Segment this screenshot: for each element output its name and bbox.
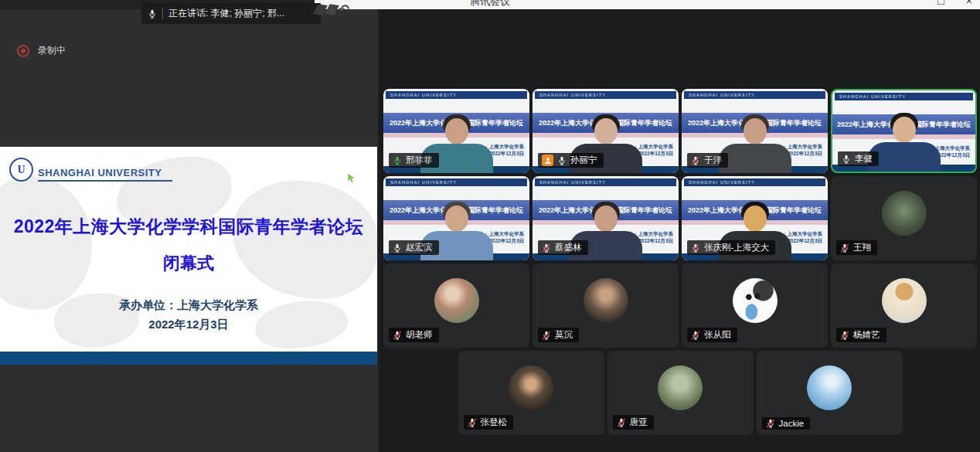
participant-name-label: 莫沉 xyxy=(538,328,579,342)
vb-header-bar: SHANGHAI UNIVERSITY xyxy=(386,178,527,186)
vb-header-bar: SHANGHAI UNIVERSITY xyxy=(835,93,973,100)
participant-name: 张庆刚-上海交大 xyxy=(704,242,769,253)
slide-subtitle: 闭幕式 xyxy=(0,252,377,275)
participant-name-label: 胡老师 xyxy=(389,328,439,342)
participant-tile[interactable]: 张从阳 xyxy=(682,263,828,348)
participant-name-label: 唐亚 xyxy=(613,415,654,430)
mic-icon xyxy=(691,156,700,165)
participant-name: 李健 xyxy=(855,153,873,165)
silhouette-head xyxy=(445,118,468,144)
participant-name-label: 孙丽宁 xyxy=(538,153,604,168)
undo-arrow-icon: ↶ xyxy=(339,5,349,15)
participant-name: 邢菲菲 xyxy=(406,155,433,166)
video-grid-pane: SHANGHAI UNIVERSITY 2022年上海大学化学学科国际青年学者论… xyxy=(378,9,980,452)
participant-tile[interactable]: 莫沉 xyxy=(533,263,679,348)
vb-header-bar: SHANGHAI UNIVERSITY xyxy=(684,91,825,99)
mic-icon xyxy=(393,243,402,253)
participant-name-label: 张登松 xyxy=(464,415,514,430)
speaking-label: 正在讲话: 李健; 孙丽宁; 邢... xyxy=(168,7,284,20)
participant-avatar xyxy=(807,365,852,410)
close-icon[interactable]: × xyxy=(966,0,972,7)
participant-tile[interactable]: SHANGHAI UNIVERSITY 2022年上海大学化学学科国际青年学者论… xyxy=(383,176,529,260)
mic-icon xyxy=(842,155,851,164)
tencent-meeting-window: 腾讯会议 □ × 正在讲话: 李健; 孙丽宁; 邢... ↶ 录制中 xyxy=(0,0,980,452)
participant-tile[interactable]: 杨婧艺 xyxy=(831,263,977,348)
mic-icon xyxy=(617,418,626,427)
silhouette-head xyxy=(594,118,618,144)
silhouette-head xyxy=(594,206,618,232)
mic-icon xyxy=(468,418,477,427)
grid-row: 胡老师 莫沉 张从阳 xyxy=(383,263,977,348)
participant-tile[interactable]: SHANGHAI UNIVERSITY 2022年上海大学化学学科国际青年学者论… xyxy=(533,89,679,173)
participant-name-label: 蔡盛林 xyxy=(538,240,588,255)
participant-name-label: 张从阳 xyxy=(687,328,737,342)
participant-name: 张登松 xyxy=(481,416,508,428)
vb-header-bar: SHANGHAI UNIVERSITY xyxy=(386,91,527,99)
participant-name-label: 赵宏滨 xyxy=(389,240,439,255)
participant-name-label: 张庆刚-上海交大 xyxy=(687,240,775,255)
participant-tile[interactable]: 唐亚 xyxy=(607,351,754,435)
participant-name: 杨婧艺 xyxy=(853,329,880,341)
university-logo: U SHANGHAI UNIVERSITY xyxy=(9,158,172,182)
silhouette-head xyxy=(445,206,468,232)
participant-avatar xyxy=(509,365,553,410)
record-icon xyxy=(17,45,29,57)
participant-name: Jackie xyxy=(779,419,805,428)
participant-tile[interactable]: SHANGHAI UNIVERSITY 2022年上海大学化学学科国际青年学者论… xyxy=(383,89,529,173)
university-name: SHANGHAI UNIVERSITY xyxy=(38,167,172,182)
presentation-slide: U SHANGHAI UNIVERSITY 2022年上海大学化学学科国际青年学… xyxy=(0,147,377,352)
toolbar-divider xyxy=(162,8,163,19)
microphone-icon xyxy=(148,9,157,19)
participant-tile[interactable]: SHANGHAI UNIVERSITY 2022年上海大学化学学科国际青年学者论… xyxy=(682,176,828,260)
slide-title: 2022年上海大学化学学科国际青年学者论坛 xyxy=(0,215,377,239)
participant-name: 唐亚 xyxy=(630,416,648,428)
participant-avatar xyxy=(434,278,479,323)
participant-name: 莫沉 xyxy=(555,329,573,341)
participant-name: 王翔 xyxy=(853,242,871,253)
participant-name-label: 邢菲菲 xyxy=(389,153,439,168)
vb-header-bar: SHANGHAI UNIVERSITY xyxy=(535,91,676,99)
participant-name: 胡老师 xyxy=(406,329,433,341)
participant-name: 张从阳 xyxy=(704,329,731,341)
world-map-watermark xyxy=(226,174,377,304)
participant-avatar xyxy=(658,365,703,410)
mic-icon xyxy=(393,331,402,340)
speaking-indicator-toolbar[interactable]: 正在讲话: 李健; 孙丽宁; 邢... xyxy=(141,3,321,24)
window-controls: □ × xyxy=(937,0,972,7)
participant-name-label: 于洋 xyxy=(687,153,728,168)
participant-tile[interactable]: 胡老师 xyxy=(383,263,529,348)
slide-bottom-bar xyxy=(0,352,377,365)
silhouette-head xyxy=(744,118,767,144)
participant-tile[interactable]: SHANGHAI UNIVERSITY 2022年上海大学化学学科国际青年学者论… xyxy=(831,89,977,173)
mic-icon xyxy=(691,243,700,253)
participant-tile[interactable]: 王翔 xyxy=(831,176,977,260)
silhouette-torso xyxy=(719,144,791,173)
watermark-icons: ↶ xyxy=(315,5,349,15)
university-emblem-icon: U xyxy=(9,158,33,182)
recording-label: 录制中 xyxy=(38,44,66,57)
participant-avatar xyxy=(882,278,927,323)
grid-row: SHANGHAI UNIVERSITY 2022年上海大学化学学科国际青年学者论… xyxy=(383,176,977,260)
participant-tile[interactable]: Jackie xyxy=(757,351,903,435)
participant-avatar xyxy=(882,191,927,236)
silhouette-head xyxy=(744,206,767,232)
participant-name-label: Jackie xyxy=(762,417,811,430)
cursor-arrow xyxy=(347,173,357,184)
slide-organizer: 承办单位：上海大学化学系 xyxy=(0,298,377,313)
participant-tile[interactable]: SHANGHAI UNIVERSITY 2022年上海大学化学学科国际青年学者论… xyxy=(682,89,828,173)
mic-icon xyxy=(393,156,402,165)
participant-name: 蔡盛林 xyxy=(555,242,582,253)
grid-row: 张登松 唐亚 Jac xyxy=(383,351,977,435)
participant-avatar xyxy=(733,278,778,323)
participant-avatar xyxy=(584,278,628,323)
mic-icon xyxy=(557,156,567,165)
mic-icon xyxy=(766,419,775,428)
participant-name: 孙丽宁 xyxy=(570,155,597,166)
member-badge-icon xyxy=(542,155,553,166)
participant-name: 赵宏滨 xyxy=(406,242,433,253)
maximize-icon[interactable]: □ xyxy=(937,0,944,7)
participant-name-label: 杨婧艺 xyxy=(836,328,886,342)
participant-tile[interactable]: 张登松 xyxy=(458,351,604,435)
participant-tile[interactable]: SHANGHAI UNIVERSITY 2022年上海大学化学学科国际青年学者论… xyxy=(533,176,679,260)
slide-date: 2022年12月3日 xyxy=(0,318,377,332)
